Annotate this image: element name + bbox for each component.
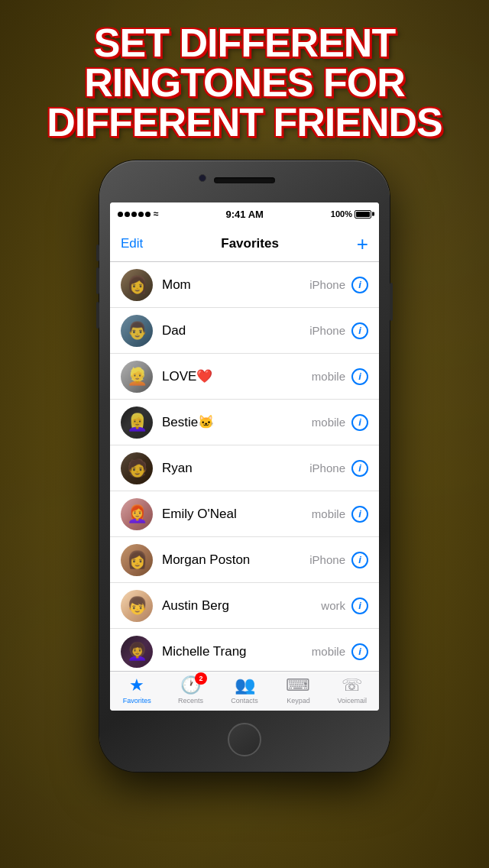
tab-keypad[interactable]: ⌨ Keypad [271,675,325,704]
status-battery: 100% [331,209,371,219]
avatar-michelle: 👩‍🦱 [121,636,153,668]
contact-name-mom: Mom [162,277,309,293]
face-bestie: 👱‍♀️ [121,406,153,439]
keypad-label: Keypad [287,697,310,704]
earpiece-speaker [214,177,275,183]
voicemail-icon: ☏ [342,675,363,695]
signal-dot-5 [145,212,151,217]
face-mom: 👩 [121,269,153,301]
status-bar: ≈ 9:41 AM 100% [110,202,379,225]
add-button[interactable]: + [357,234,368,254]
contact-type-austin: work [321,599,345,612]
contact-name-emily: Emily O'Neal [162,507,312,522]
battery-percentage: 100% [331,209,352,219]
contact-name-ryan: Ryan [162,461,309,476]
face-love: 👱 [121,361,153,393]
info-button-dad[interactable]: i [351,322,368,339]
info-button-michelle[interactable]: i [351,643,368,660]
headline-text: SET DIFFERENT RINGTONES FOR DIFFERENT FR… [15,23,474,142]
contacts-label: Contacts [231,697,258,704]
contact-name-love: LOVE❤️ [162,368,312,384]
contact-item-dad[interactable]: 👨 Dad iPhone i [110,308,379,354]
silent-switch [96,245,99,261]
avatar-austin: 👦 [121,590,153,622]
info-button-ryan[interactable]: i [351,460,368,477]
wifi-icon: ≈ [154,209,159,219]
avatar-emily: 👩‍🦰 [121,498,153,530]
battery-fill [356,212,370,217]
edit-button[interactable]: Edit [121,236,143,251]
contact-type-dad: iPhone [309,324,345,337]
front-camera [199,174,206,182]
recents-label: Recents [178,697,203,704]
recents-badge: 2 [195,672,207,685]
contacts-icon: 👥 [235,675,255,695]
contact-type-michelle: mobile [312,645,345,658]
phone-wrapper: ≈ 9:41 AM 100% Edit Favorites + [99,160,390,772]
avatar-mom: 👩 [121,269,153,301]
keypad-icon: ⌨ [286,675,310,695]
face-morgan: 👩 [121,544,153,576]
contact-list: 👩 Mom iPhone i 👨 Dad iPhone i 👱 [110,262,379,675]
volume-up-button [96,267,99,294]
power-button [390,283,393,321]
recents-badge-wrapper: 🕐 2 [180,675,201,695]
signal-dot-1 [118,212,123,217]
tab-contacts[interactable]: 👥 Contacts [218,675,271,704]
contact-type-love: mobile [312,370,345,383]
tab-voicemail[interactable]: ☏ Voicemail [325,675,379,704]
contact-type-morgan: iPhone [309,553,345,566]
tab-recents[interactable]: 🕐 2 Recents [164,675,217,704]
headline: SET DIFFERENT RINGTONES FOR DIFFERENT FR… [15,23,474,142]
signal-dots [118,212,151,217]
contact-item-emily[interactable]: 👩‍🦰 Emily O'Neal mobile i [110,491,379,537]
contact-name-michelle: Michelle Trang [162,644,312,659]
face-austin: 👦 [121,590,153,622]
contact-item-mom[interactable]: 👩 Mom iPhone i [110,262,379,308]
favorites-label: Favorites [123,697,151,704]
contact-name-austin: Austin Berg [162,598,321,614]
status-time: 9:41 AM [226,209,264,220]
tab-favorites[interactable]: ★ Favorites [110,675,164,704]
contact-item-michelle[interactable]: 👩‍🦱 Michelle Trang mobile i [110,629,379,675]
signal-dot-2 [125,212,130,217]
contact-type-bestie: mobile [312,416,345,429]
avatar-bestie: 👱‍♀️ [121,406,153,439]
face-michelle: 👩‍🦱 [121,636,153,668]
home-button[interactable] [228,723,261,756]
favorites-icon: ★ [129,675,144,695]
tab-bar: ★ Favorites 🕐 2 Recents 👥 Contacts ⌨ K [110,671,379,711]
contact-name-bestie: Bestie🐱 [162,414,312,430]
phone-body: ≈ 9:41 AM 100% Edit Favorites + [99,160,390,772]
nav-title: Favorites [221,236,279,251]
info-button-morgan[interactable]: i [351,552,368,568]
avatar-ryan: 🧑 [121,452,153,484]
signal-area: ≈ [118,209,159,219]
signal-dot-4 [138,212,144,217]
contact-item-bestie[interactable]: 👱‍♀️ Bestie🐱 mobile i [110,400,379,445]
contact-type-emily: mobile [312,507,345,520]
face-ryan: 🧑 [121,452,153,484]
info-button-mom[interactable]: i [351,277,368,293]
face-dad: 👨 [121,315,153,347]
contact-type-mom: iPhone [309,278,345,291]
contact-item-austin[interactable]: 👦 Austin Berg work i [110,583,379,629]
volume-down-button [96,302,99,329]
contact-type-ryan: iPhone [309,462,345,474]
signal-dot-3 [131,212,137,217]
phone-screen: ≈ 9:41 AM 100% Edit Favorites + [110,202,379,711]
info-button-emily[interactable]: i [351,506,368,523]
voicemail-label: Voicemail [338,697,368,704]
info-button-love[interactable]: i [351,368,368,385]
face-emily: 👩‍🦰 [121,498,153,530]
contact-name-dad: Dad [162,323,309,338]
info-button-austin[interactable]: i [351,598,368,614]
avatar-morgan: 👩 [121,544,153,576]
info-button-bestie[interactable]: i [351,414,368,431]
contact-item-morgan[interactable]: 👩 Morgan Poston iPhone i [110,537,379,583]
contact-item-ryan[interactable]: 🧑 Ryan iPhone i [110,445,379,491]
nav-bar: Edit Favorites + [110,225,379,262]
battery-icon [355,210,371,219]
avatar-dad: 👨 [121,315,153,347]
contact-item-love[interactable]: 👱 LOVE❤️ mobile i [110,354,379,400]
